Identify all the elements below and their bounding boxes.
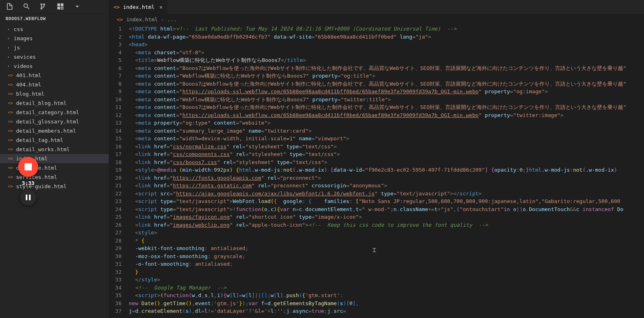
html-file-icon: <> — [7, 119, 14, 124]
tab-index-html[interactable]: <> index.html ✕ — [109, 0, 167, 14]
html-file-icon: <> — [114, 4, 120, 10]
code-editor[interactable]: 1234567891011121314151617181920212223242… — [109, 25, 644, 318]
folder-item[interactable]: ›sevices — [0, 52, 109, 62]
code-content[interactable]: <!DOCTYPE html><!-- Last Published: Tue … — [129, 25, 644, 318]
activity-bar — [0, 2, 109, 12]
item-label: detail_members.html — [16, 128, 76, 134]
item-label: blog.html — [16, 91, 44, 97]
html-file-icon: <> — [7, 184, 14, 189]
breadcrumb-separator: › — [161, 16, 164, 23]
line-numbers: 1234567891011121314151617181920212223242… — [109, 25, 129, 318]
html-file-icon: <> — [7, 156, 14, 161]
html-file-icon: <> — [7, 165, 14, 170]
file-item[interactable]: <>services.html — [0, 172, 109, 182]
item-label: detail_tag.html — [16, 137, 63, 143]
item-label: js — [14, 45, 20, 51]
chevron-right-icon: › — [7, 64, 11, 68]
close-icon[interactable]: ✕ — [159, 4, 163, 10]
file-item[interactable]: <>404.html — [0, 80, 109, 89]
chevron-right-icon: › — [7, 45, 11, 50]
item-label: images — [14, 35, 33, 41]
item-label: sevices — [14, 54, 36, 60]
html-file-icon: <> — [7, 82, 14, 87]
breadcrumb-more: ... — [167, 16, 177, 23]
item-label: detail_glossary.html — [16, 119, 79, 125]
explorer-sidebar: BOOOS7.WEBFLOW ›css›images›js›sevices›vi… — [0, 14, 109, 318]
explorer-icon[interactable] — [6, 2, 14, 12]
item-label: 404.html — [16, 82, 41, 88]
record-stop-button[interactable] — [18, 157, 38, 177]
search-icon[interactable] — [23, 2, 31, 12]
folder-item[interactable]: ›images — [0, 34, 109, 43]
html-file-icon: <> — [7, 174, 14, 180]
item-label: detail_category.html — [16, 109, 79, 115]
chevron-right-icon: › — [7, 36, 11, 41]
html-file-icon: <> — [7, 73, 14, 78]
record-pause-button[interactable] — [20, 189, 36, 205]
folder-item[interactable]: ›js — [0, 43, 109, 52]
html-file-icon: <> — [7, 101, 14, 106]
file-item[interactable]: <>detail_blog.html — [0, 98, 109, 108]
chevron-right-icon: › — [7, 55, 11, 59]
file-item[interactable]: <>old-home.html — [0, 163, 109, 172]
file-item[interactable]: <>detail_members.html — [0, 126, 109, 135]
html-file-icon: <> — [7, 91, 14, 96]
file-item[interactable]: <>detail_glossary.html — [0, 117, 109, 126]
chevron-right-icon: › — [7, 27, 11, 31]
html-file-icon: <> — [117, 16, 123, 23]
file-item[interactable]: <>401.html — [0, 71, 109, 80]
breadcrumb-file: index.html — [126, 16, 158, 23]
item-label: videos — [14, 63, 33, 69]
record-time: 3:33 — [22, 180, 34, 186]
chevron-down-icon[interactable] — [73, 2, 81, 12]
folder-item[interactable]: ›css — [0, 25, 109, 34]
file-item[interactable]: <>detail_category.html — [0, 108, 109, 117]
html-file-icon: <> — [7, 137, 14, 143]
file-item[interactable]: <>blog.html — [0, 89, 109, 98]
file-item[interactable]: <>style-guide.html — [0, 182, 109, 191]
extensions-icon[interactable] — [56, 2, 64, 12]
source-control-icon[interactable] — [39, 2, 47, 12]
sidebar-header: BOOOS7.WEBFLOW — [0, 14, 109, 25]
html-file-icon: <> — [7, 110, 14, 115]
html-file-icon: <> — [7, 128, 14, 133]
item-label: detail_blog.html — [16, 100, 66, 106]
file-item[interactable]: <>detail_tag.html — [0, 135, 109, 145]
top-bar: <> index.html ✕ — [0, 0, 644, 14]
file-item[interactable]: <>detail_works.html — [0, 145, 109, 154]
folder-item[interactable]: ›videos — [0, 62, 109, 71]
tab-label: index.html — [123, 4, 155, 10]
file-item[interactable]: <>index.html — [0, 154, 109, 163]
screen-recorder-widget: 3:33 — [18, 157, 38, 205]
breadcrumb[interactable]: <> index.html › ... — [109, 14, 644, 25]
item-label: 401.html — [16, 72, 41, 78]
item-label: css — [14, 26, 23, 32]
html-file-icon: <> — [7, 147, 14, 152]
editor-area: <> index.html › ... 12345678910111213141… — [109, 14, 644, 318]
file-tree: ›css›images›js›sevices›videos<>401.html<… — [0, 25, 109, 191]
item-label: detail_works.html — [16, 146, 70, 152]
tabs-bar: <> index.html ✕ — [109, 0, 644, 14]
